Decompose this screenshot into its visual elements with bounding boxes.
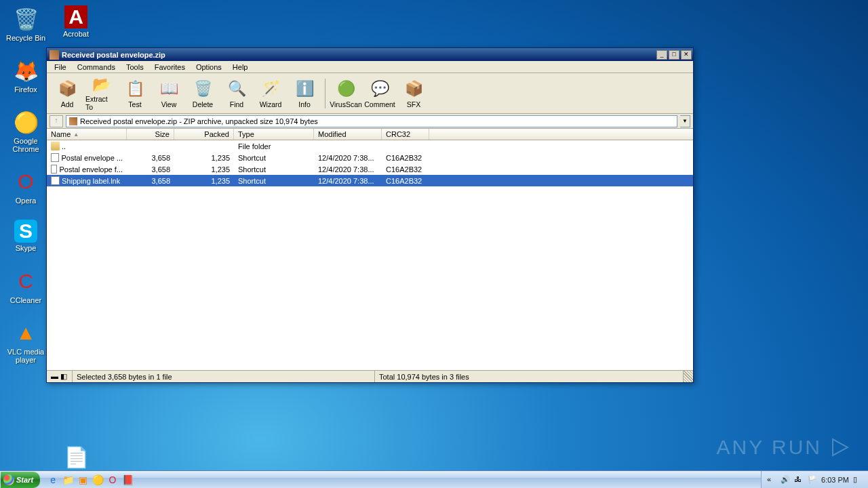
toolbar-find[interactable]: 🔍Find [220,75,253,112]
toolbar-info[interactable]: ℹ️Info [288,75,321,112]
explorer-icon[interactable]: 📁 [62,474,74,486]
virusscan-icon: 🟢 [336,79,356,99]
menu-commands[interactable]: Commands [73,62,120,72]
file-icon [51,153,59,162]
opera-icon[interactable]: O [106,474,119,486]
delete-icon: 🗑️ [193,79,213,99]
cell-crc: C16A2B32 [382,165,429,174]
volume-icon[interactable]: 🔊 [781,475,790,485]
desktop-chrome[interactable]: 🟡Google Chrome [5,108,46,153]
desktop-recycle-bin[interactable]: 🗑️Recycle Bin [5,5,46,42]
list-item[interactable]: Shipping label.lnk3,6581,235Shortcut12/4… [47,175,693,186]
quick-launch: e 📁 ▣ 🟡 O 📕 [43,474,138,486]
toolbar-label: View [161,100,177,108]
close-button[interactable]: ✕ [681,50,692,60]
test-icon: 📋 [125,79,145,99]
toolbar-view[interactable]: 📖View [153,75,185,112]
menu-file[interactable]: File [50,62,71,72]
system-tray: « 🔊 🖧 🏳️ 6:03 PM ▯ [761,471,868,488]
minimize-button[interactable]: _ [656,50,667,60]
status-icons: ▬ ◧ [47,371,73,382]
chrome-icon[interactable]: 🟡 [92,474,104,486]
toolbar-add[interactable]: 📦Add [51,75,83,112]
label: Acrobat [63,30,89,38]
bin-icon: 🗑️ [12,5,39,33]
label: CCleaner [10,296,41,304]
cell-type: Shortcut [234,177,314,185]
view-icon: 📖 [159,79,179,99]
path-dropdown[interactable]: ▼ [680,115,690,127]
vlc-icon: ▲ [12,319,39,346]
cell-packed: 1,235 [174,154,234,162]
clock[interactable]: 6:03 PM [821,476,849,484]
svg-marker-0 [833,439,848,455]
acrobat-icon: A [64,5,87,28]
desktop-skype[interactable]: SSkype [5,220,46,252]
toolbar-label: Find [230,100,243,108]
menu-favorites[interactable]: Favorites [150,62,190,72]
toolbar-label: Info [298,100,311,108]
statusbar: ▬ ◧ Selected 3,658 bytes in 1 file Total… [47,370,693,382]
toolbar-label: VirusScan [330,100,362,108]
col-name[interactable]: Name▲ [47,129,127,140]
col-packed[interactable]: Packed [174,129,234,140]
cell-mod: 12/4/2020 7:38... [314,165,382,174]
tray-expand-icon[interactable]: « [767,475,776,485]
start-button[interactable]: Start [1,472,40,488]
cell-size: 3,658 [127,154,174,162]
up-button[interactable]: ↑ [50,115,63,127]
menu-help[interactable]: Help [228,62,253,72]
label: VLC media player [5,348,46,364]
toolbar-comment[interactable]: 💬Comment [363,75,396,112]
file-name: .. [62,142,66,150]
file-name: Postal envelope ... [61,154,123,162]
col-crc[interactable]: CRC32 [382,129,429,140]
window-title: Received postal envelope.zip [62,51,656,59]
winrar-window: Received postal envelope.zip _ □ ✕ FileC… [46,47,694,383]
toolbar-virusscan[interactable]: 🟢VirusScan [330,75,362,112]
resize-grip[interactable] [684,371,693,382]
pathbar: ↑ Received postal envelope.zip - ZIP arc… [47,114,693,129]
sort-asc-icon: ▲ [73,131,79,138]
winrar-icon [50,50,59,60]
desktop-firefox[interactable]: 🦊Firefox [5,57,46,94]
opera-icon: O [12,168,39,195]
toolbar-label: Delete [193,100,213,108]
show-desktop[interactable]: ▯ [853,475,863,485]
cell-mod: 12/4/2020 7:38... [314,177,382,185]
player-icon[interactable]: ▣ [77,474,89,486]
path-box[interactable]: Received postal envelope.zip - ZIP archi… [66,115,677,127]
toolbar-wizard[interactable]: 🪄Wizard [254,75,287,112]
col-size[interactable]: Size [127,129,174,140]
menu-tools[interactable]: Tools [121,62,149,72]
toolbar-sfx[interactable]: 📦SFX [397,75,430,112]
network-icon[interactable]: 🖧 [794,475,804,485]
ie-icon[interactable]: e [47,474,59,486]
menu-options[interactable]: Options [191,62,226,72]
flag-icon[interactable]: 🏳️ [808,475,817,485]
list-item[interactable]: Postal envelope f...3,6581,235Shortcut12… [47,163,693,175]
label: Skype [16,244,37,252]
file-name: Postal envelope f... [59,165,123,174]
file-list[interactable]: ..File folderPostal envelope ...3,6581,2… [47,140,693,370]
list-item[interactable]: ..File folder [47,140,693,152]
desktop-opera[interactable]: OOpera [5,168,46,205]
maximize-button[interactable]: □ [669,50,679,60]
desktop-acrobat[interactable]: AAcrobat [56,5,96,38]
toolbar-label: SFX [407,100,420,108]
col-modified[interactable]: Modified [314,129,382,140]
list-item[interactable]: Postal envelope ...3,6581,235Shortcut12/… [47,152,693,163]
toolbar-extract-to[interactable]: 📂Extract To [85,75,117,112]
desktop-vlc[interactable]: ▲VLC media player [5,319,46,364]
col-type[interactable]: Type [234,129,314,140]
desktop-ccleaner[interactable]: CCCleaner [5,268,46,304]
toolbar-test[interactable]: 📋Test [119,75,151,112]
toolbar-label: Wizard [260,100,282,108]
comment-icon: 💬 [370,79,390,99]
sfx-icon: 📦 [403,79,424,99]
winrar-task-icon[interactable]: 📕 [121,474,134,486]
toolbar-label: Test [128,100,141,108]
titlebar[interactable]: Received postal envelope.zip _ □ ✕ [47,48,693,61]
cell-packed: 1,235 [174,165,234,174]
toolbar-delete[interactable]: 🗑️Delete [186,75,219,112]
